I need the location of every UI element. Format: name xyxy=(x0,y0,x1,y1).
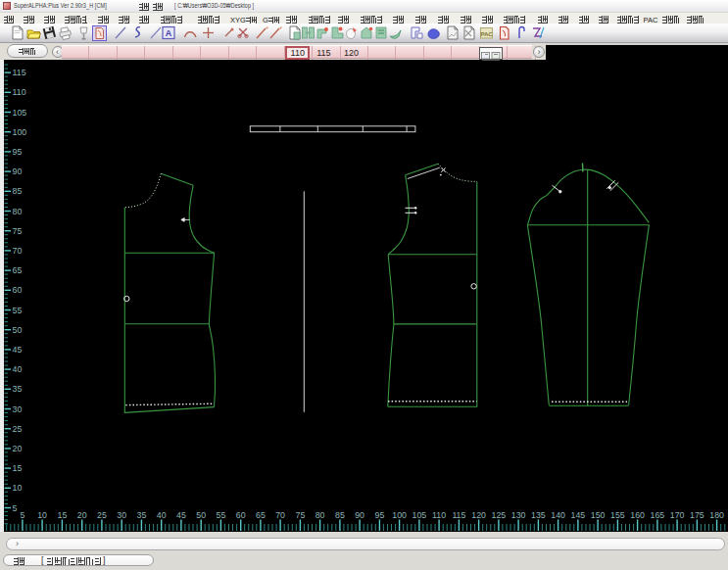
svg-text:PAC: PAC xyxy=(480,31,493,37)
svg-text:A: A xyxy=(165,28,171,38)
